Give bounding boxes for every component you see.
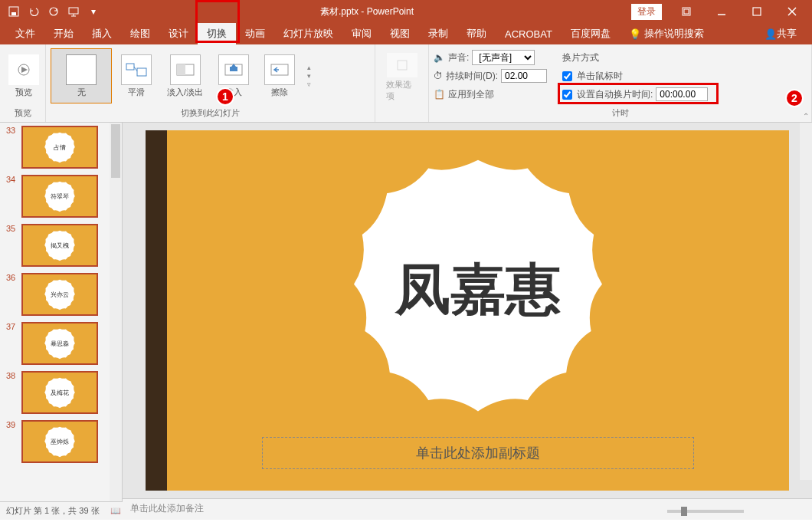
transition-fade[interactable]: 淡入/淡出 — [161, 48, 209, 103]
svg-rect-5 — [684, 9, 689, 14]
thumb-text: 暴思淼 — [51, 340, 69, 348]
tab-transitions-label: 切换 — [207, 27, 227, 41]
slide: 凤嘉惠 单击此处添加副标题 — [146, 130, 789, 491]
tab-review[interactable]: 审阅 — [342, 23, 381, 44]
thumbnail-item[interactable]: 39 巫烨烁 — [0, 417, 122, 466]
duration-label: 持续时间(D): — [446, 70, 498, 83]
thumbnail-item[interactable]: 38 及梅花 — [0, 368, 122, 417]
collapse-ribbon-icon[interactable]: ⌃ — [803, 112, 809, 120]
on-click-checkbox[interactable] — [562, 71, 572, 81]
sound-select[interactable]: [无声音] — [472, 50, 535, 65]
group-preview: 预览 — [5, 106, 41, 120]
preview-button[interactable]: 预览 — [5, 48, 43, 103]
save-icon[interactable] — [5, 2, 23, 21]
callout-box-timing — [558, 83, 719, 104]
apply-all-icon: 📋 — [434, 89, 445, 100]
sound-icon: 🔈 — [434, 52, 445, 63]
thumb-number: 35 — [6, 224, 21, 233]
undo-icon[interactable] — [25, 2, 43, 21]
tab-design[interactable]: 设计 — [159, 23, 198, 44]
ribbon: 预览 预览 无 平滑 淡入/淡出 推入 擦除 — [0, 44, 812, 123]
tab-help[interactable]: 帮助 — [457, 23, 496, 44]
thumb-text: 巫烨烁 — [51, 438, 69, 446]
minimize-icon[interactable] — [705, 1, 738, 22]
slide-scrollbar[interactable] — [800, 123, 812, 480]
transition-none[interactable]: 无 — [51, 48, 112, 103]
share-button[interactable]: 👤 共享 — [755, 23, 806, 44]
quick-access: ▾ — [0, 2, 103, 21]
notes-pane[interactable]: 单击此处添加备注 — [123, 498, 812, 518]
wipe-icon — [264, 54, 295, 85]
thumb-text: 及梅花 — [51, 389, 69, 397]
tab-home[interactable]: 开始 — [44, 23, 83, 44]
tab-baidu[interactable]: 百度网盘 — [562, 23, 620, 44]
tab-record[interactable]: 录制 — [419, 23, 457, 44]
thumb-slide: 兴亦云 — [21, 273, 98, 316]
thumbs-scrollbar[interactable] — [110, 123, 122, 501]
tab-file[interactable]: 文件 — [6, 23, 44, 44]
slide-area: 凤嘉惠 单击此处添加副标题 单击此处添加备注 — [123, 123, 812, 501]
sound-label: 声音: — [448, 51, 469, 64]
titlebar: ▾ 素材.pptx - PowerPoint 登录 — [0, 0, 812, 23]
slide-canvas[interactable]: 凤嘉惠 单击此处添加副标题 — [123, 123, 812, 498]
thumb-text: 符翠琴 — [51, 192, 69, 201]
subtitle-placeholder[interactable]: 单击此处添加副标题 — [262, 437, 694, 469]
thumb-number: 38 — [6, 371, 21, 380]
start-slideshow-icon[interactable] — [64, 2, 83, 21]
thumbs-scroll-thumb[interactable] — [111, 124, 120, 178]
tab-acrobat[interactable]: ACROBAT — [496, 23, 562, 44]
redo-icon[interactable] — [44, 2, 63, 21]
tab-draw[interactable]: 绘图 — [121, 23, 159, 44]
thumbnail-item[interactable]: 35 揭又槐 — [0, 221, 122, 270]
spellcheck-icon[interactable]: 📖 — [110, 506, 121, 516]
group-timing: 计时 — [434, 106, 807, 120]
maximize-icon[interactable] — [740, 1, 774, 22]
svg-rect-1 — [11, 12, 16, 15]
tab-transitions[interactable]: 切换 — [198, 23, 236, 44]
thumb-slide: 暴思淼 — [21, 322, 98, 365]
thumb-text: 兴亦云 — [51, 291, 69, 299]
fade-icon — [170, 54, 201, 85]
zoom-slider-thumb[interactable] — [681, 507, 687, 516]
thumb-slide: 及梅花 — [21, 371, 98, 414]
bulb-icon: 💡 — [629, 28, 641, 40]
tab-view[interactable]: 视图 — [381, 23, 419, 44]
gallery-more[interactable]: ▴▾▿ — [304, 64, 314, 88]
advance-label: 换片方式 — [562, 49, 708, 66]
thumb-number: 36 — [6, 273, 21, 282]
ribbon-options-icon[interactable] — [670, 1, 703, 22]
qat-more-icon[interactable]: ▾ — [84, 2, 103, 21]
close-icon[interactable] — [775, 1, 809, 22]
slide-counter[interactable]: 幻灯片 第 1 张，共 39 张 — [6, 505, 100, 517]
duration-input[interactable] — [501, 69, 547, 83]
tab-slideshow[interactable]: 幻灯片放映 — [274, 23, 342, 44]
transition-morph[interactable]: 平滑 — [115, 48, 158, 103]
slide-title[interactable]: 凤嘉惠 — [395, 253, 561, 327]
transition-wipe[interactable]: 擦除 — [258, 48, 301, 103]
zoom-slider[interactable] — [667, 510, 744, 513]
duration-icon: ⏱ — [434, 71, 443, 81]
effect-options-button[interactable]: 效果选项 — [380, 50, 424, 105]
tab-insert[interactable]: 插入 — [83, 23, 121, 44]
svg-rect-11 — [126, 64, 134, 70]
thumbnail-item[interactable]: 33 占情 — [0, 123, 122, 172]
tab-animations[interactable]: 动画 — [236, 23, 274, 44]
window-title: 素材.pptx - PowerPoint — [103, 5, 631, 18]
svg-rect-16 — [230, 67, 237, 71]
thumb-number: 33 — [6, 126, 21, 135]
thumb-text: 占情 — [54, 143, 66, 152]
thumbnail-item[interactable]: 36 兴亦云 — [0, 270, 122, 319]
login-button[interactable]: 登录 — [631, 4, 662, 20]
none-icon — [66, 54, 97, 85]
thumbnail-item[interactable]: 34 符翠琴 — [0, 172, 122, 221]
callout-2: 2 — [785, 89, 804, 107]
thumb-slide: 巫烨烁 — [21, 420, 98, 463]
svg-rect-3 — [69, 8, 78, 14]
thumbnail-item[interactable]: 37 暴思淼 — [0, 319, 122, 368]
push-icon — [218, 54, 249, 85]
svg-rect-7 — [753, 8, 761, 15]
thumb-number: 39 — [6, 420, 21, 429]
help-search[interactable]: 💡 操作说明搜索 — [620, 23, 713, 44]
thumb-number: 34 — [6, 175, 21, 184]
apply-all-button[interactable]: 应用到全部 — [448, 88, 494, 101]
